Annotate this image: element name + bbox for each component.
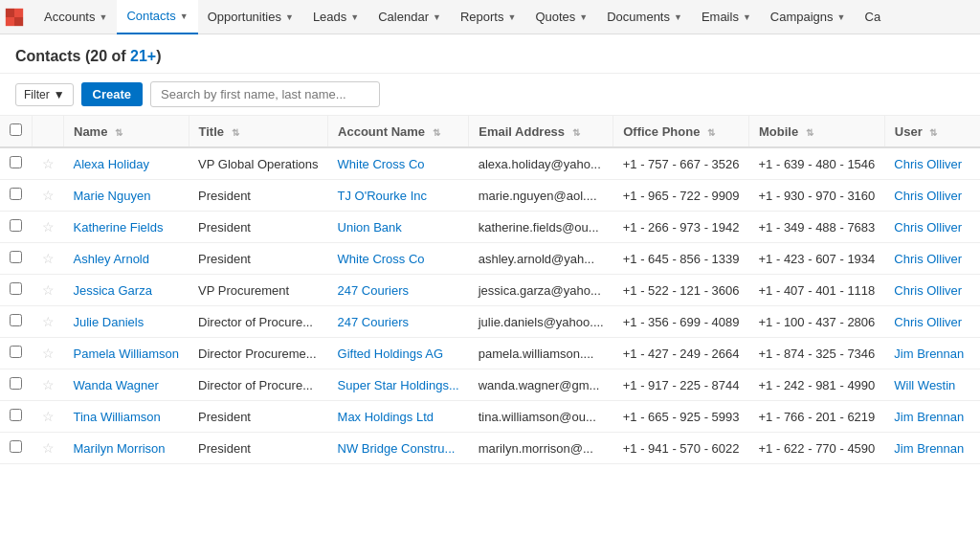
row-star-cell[interactable]: ☆ [33, 243, 64, 275]
row-checkbox[interactable] [10, 219, 22, 232]
row-checkbox[interactable] [10, 251, 22, 263]
row-star-cell[interactable]: ☆ [33, 306, 64, 338]
star-icon[interactable]: ☆ [42, 314, 55, 329]
row-checkbox-cell[interactable] [0, 243, 33, 275]
row-name[interactable]: Ashley Arnold [64, 243, 189, 275]
nav-item-ca[interactable]: Ca [856, 0, 891, 34]
row-star-cell[interactable]: ☆ [33, 180, 64, 212]
star-icon[interactable]: ☆ [42, 156, 55, 171]
nav-item-accounts[interactable]: Accounts ▼ [34, 0, 117, 34]
column-name-label: Name [74, 124, 107, 139]
row-user[interactable]: Chris Olliver [884, 275, 980, 306]
star-icon[interactable]: ☆ [42, 346, 55, 361]
search-input[interactable] [150, 81, 380, 107]
column-header-title[interactable]: Title ⇅ [189, 116, 328, 147]
row-star-cell[interactable]: ☆ [33, 401, 64, 433]
select-all-checkbox-header[interactable] [0, 116, 33, 147]
row-name[interactable]: Julie Daniels [64, 306, 189, 338]
row-account[interactable]: Union Bank [328, 212, 469, 243]
row-checkbox-cell[interactable] [0, 180, 33, 212]
row-name[interactable]: Alexa Holiday [64, 147, 189, 180]
row-checkbox[interactable] [10, 314, 22, 326]
row-user[interactable]: Jim Brennan [884, 338, 980, 369]
row-checkbox-cell[interactable] [0, 306, 33, 338]
row-title: Director Procureme... [189, 338, 328, 369]
row-account[interactable]: 247 Couriers [328, 306, 469, 338]
row-checkbox-cell[interactable] [0, 401, 33, 433]
app-logo[interactable] [4, 4, 31, 31]
contacts-table: Name ⇅ Title ⇅ Account Name ⇅ Email Addr… [0, 116, 980, 464]
sort-icon-name: ⇅ [115, 127, 122, 138]
row-checkbox[interactable] [10, 188, 22, 200]
nav-item-opportunities[interactable]: Opportunities ▼ [198, 0, 303, 34]
row-checkbox[interactable] [10, 440, 22, 453]
row-star-cell[interactable]: ☆ [33, 275, 64, 306]
row-checkbox-cell[interactable] [0, 338, 33, 369]
star-icon[interactable]: ☆ [42, 282, 55, 298]
row-name[interactable]: Pamela Williamson [64, 338, 189, 369]
star-icon[interactable]: ☆ [42, 188, 55, 203]
row-account[interactable]: Max Holdings Ltd [328, 401, 469, 433]
row-account[interactable]: Gifted Holdings AG [328, 338, 469, 369]
column-header-email[interactable]: Email Address ⇅ [469, 116, 613, 147]
star-icon[interactable]: ☆ [42, 219, 55, 235]
star-icon[interactable]: ☆ [42, 377, 55, 392]
row-star-cell[interactable]: ☆ [33, 433, 64, 464]
row-checkbox-cell[interactable] [0, 433, 33, 464]
row-checkbox-cell[interactable] [0, 275, 33, 306]
row-account[interactable]: White Cross Co [328, 243, 469, 275]
star-icon[interactable]: ☆ [42, 440, 55, 456]
star-icon[interactable]: ☆ [42, 251, 55, 266]
row-name[interactable]: Jessica Garza [64, 275, 189, 306]
row-account[interactable]: White Cross Co [328, 147, 469, 180]
row-user[interactable]: Chris Olliver [884, 306, 980, 338]
row-name[interactable]: Katherine Fields [64, 212, 189, 243]
nav-item-emails[interactable]: Emails ▼ [692, 0, 761, 34]
row-user[interactable]: Will Westin [884, 369, 980, 401]
column-header-mobile[interactable]: Mobile ⇅ [749, 116, 885, 147]
nav-item-calendar[interactable]: Calendar ▼ [368, 0, 451, 34]
row-user[interactable]: Chris Olliver [884, 212, 980, 243]
row-name[interactable]: Marilyn Morrison [64, 433, 189, 464]
row-user[interactable]: Chris Olliver [884, 243, 980, 275]
nav-item-quotes[interactable]: Quotes ▼ [525, 0, 597, 34]
row-checkbox[interactable] [10, 282, 22, 295]
create-button[interactable]: Create [81, 82, 143, 106]
nav-item-documents[interactable]: Documents ▼ [597, 0, 692, 34]
row-account[interactable]: 247 Couriers [328, 275, 469, 306]
row-user[interactable]: Jim Brennan [884, 401, 980, 433]
row-star-cell[interactable]: ☆ [33, 147, 64, 180]
row-user[interactable]: Chris Olliver [884, 180, 980, 212]
row-checkbox[interactable] [10, 377, 22, 390]
star-icon[interactable]: ☆ [42, 409, 55, 424]
nav-item-contacts[interactable]: Contacts ▼ [117, 0, 197, 34]
row-star-cell[interactable]: ☆ [33, 212, 64, 243]
count-link[interactable]: 21+ [130, 48, 156, 64]
filter-button[interactable]: Filter ▼ [15, 83, 74, 106]
row-name[interactable]: Marie Nguyen [64, 180, 189, 212]
row-star-cell[interactable]: ☆ [33, 338, 64, 369]
row-checkbox-cell[interactable] [0, 369, 33, 401]
row-user[interactable]: Chris Olliver [884, 147, 980, 180]
nav-item-leads[interactable]: Leads ▼ [303, 0, 368, 34]
column-header-account[interactable]: Account Name ⇅ [328, 116, 469, 147]
row-name[interactable]: Wanda Wagner [64, 369, 189, 401]
row-checkbox-cell[interactable] [0, 147, 33, 180]
row-user[interactable]: Jim Brennan [884, 433, 980, 464]
row-checkbox[interactable] [10, 346, 22, 358]
row-account[interactable]: NW Bridge Constru... [328, 433, 469, 464]
row-checkbox[interactable] [10, 156, 22, 168]
nav-item-campaigns[interactable]: Campaigns ▼ [761, 0, 856, 34]
column-header-name[interactable]: Name ⇅ [64, 116, 189, 147]
chevron-down-icon: ▼ [54, 88, 65, 101]
column-header-office-phone[interactable]: Office Phone ⇅ [613, 116, 749, 147]
nav-item-reports[interactable]: Reports ▼ [451, 0, 525, 34]
row-account[interactable]: TJ O'Rourke Inc [328, 180, 469, 212]
row-checkbox-cell[interactable] [0, 212, 33, 243]
column-header-user[interactable]: User ⇅ [884, 116, 980, 147]
row-account[interactable]: Super Star Holdings... [328, 369, 469, 401]
row-checkbox[interactable] [10, 409, 22, 421]
row-name[interactable]: Tina Williamson [64, 401, 189, 433]
select-all-checkbox[interactable] [10, 123, 22, 136]
row-star-cell[interactable]: ☆ [33, 369, 64, 401]
